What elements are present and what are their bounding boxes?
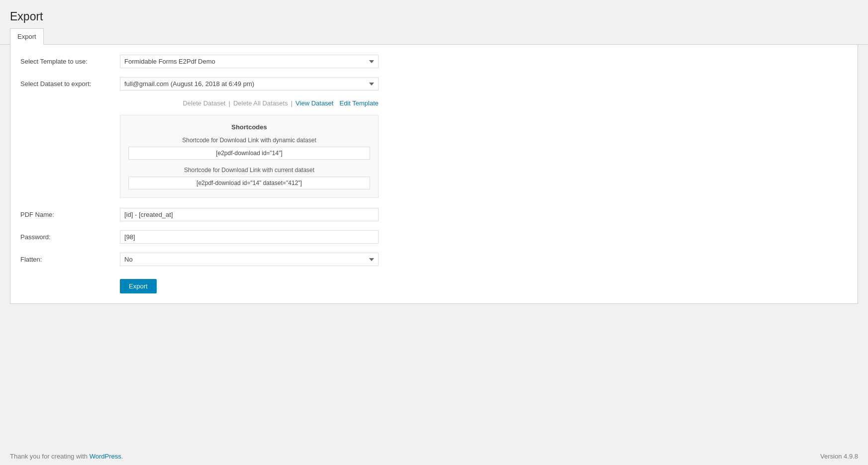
flatten-row: Flatten: No Yes bbox=[20, 253, 848, 266]
select-template-label: Select Template to use: bbox=[20, 58, 120, 65]
separator-2: | bbox=[291, 99, 292, 107]
shortcodes-box: Shortcodes Shortcode for Download Link w… bbox=[120, 115, 379, 198]
delete-dataset-link[interactable]: Delete Dataset bbox=[183, 99, 225, 107]
select-template-row: Select Template to use: Formidable Forms… bbox=[20, 55, 848, 68]
export-button[interactable]: Export bbox=[120, 279, 157, 293]
wordpress-link[interactable]: WordPress bbox=[90, 453, 121, 460]
main-card: Select Template to use: Formidable Forms… bbox=[10, 45, 858, 304]
current-shortcode-value: [e2pdf-download id="14" dataset="412"] bbox=[128, 177, 370, 189]
password-label: Password: bbox=[20, 233, 120, 241]
select-dataset-label: Select Dataset to export: bbox=[20, 80, 120, 88]
page-title: Export bbox=[0, 0, 868, 28]
action-links: Delete Dataset | Delete All Datasets | V… bbox=[20, 99, 379, 107]
edit-template-link[interactable]: Edit Template bbox=[339, 99, 379, 107]
password-input[interactable] bbox=[120, 230, 379, 244]
flatten-dropdown[interactable]: No Yes bbox=[120, 253, 379, 266]
dynamic-shortcode-desc: Shortcode for Download Link with dynamic… bbox=[128, 137, 370, 144]
export-button-row: Export bbox=[20, 275, 848, 293]
shortcodes-title: Shortcodes bbox=[128, 123, 370, 131]
dynamic-shortcode-value: [e2pdf-download id="14"] bbox=[128, 147, 370, 160]
pdf-name-input[interactable] bbox=[120, 208, 379, 221]
separator-1: | bbox=[228, 99, 230, 107]
pdf-name-wrap bbox=[120, 208, 379, 221]
flatten-label: Flatten: bbox=[20, 256, 120, 263]
footer-text-after: . bbox=[121, 453, 123, 460]
version-label: Version 4.9.8 bbox=[820, 453, 858, 460]
view-dataset-link[interactable]: View Dataset bbox=[295, 99, 333, 107]
password-wrap bbox=[120, 230, 379, 244]
select-template-wrap: Formidable Forms E2Pdf Demo bbox=[120, 55, 379, 68]
pdf-name-label: PDF Name: bbox=[20, 211, 120, 218]
select-dataset-dropdown[interactable]: full@gmail.com (August 16, 2018 at 6:49 … bbox=[120, 77, 379, 91]
tab-bar: Export bbox=[0, 28, 868, 45]
tab-export[interactable]: Export bbox=[10, 28, 44, 45]
footer-text-before: Thank you for creating with bbox=[10, 453, 90, 460]
current-shortcode-desc: Shortcode for Download Link with current… bbox=[128, 167, 370, 174]
footer: Thank you for creating with WordPress. bbox=[10, 453, 123, 460]
select-template-dropdown[interactable]: Formidable Forms E2Pdf Demo bbox=[120, 55, 379, 68]
pdf-name-row: PDF Name: bbox=[20, 208, 848, 221]
password-row: Password: bbox=[20, 230, 848, 244]
select-dataset-wrap: full@gmail.com (August 16, 2018 at 6:49 … bbox=[120, 77, 379, 91]
select-dataset-row: Select Dataset to export: full@gmail.com… bbox=[20, 77, 848, 91]
flatten-wrap: No Yes bbox=[120, 253, 379, 266]
delete-all-datasets-link[interactable]: Delete All Datasets bbox=[233, 99, 288, 107]
